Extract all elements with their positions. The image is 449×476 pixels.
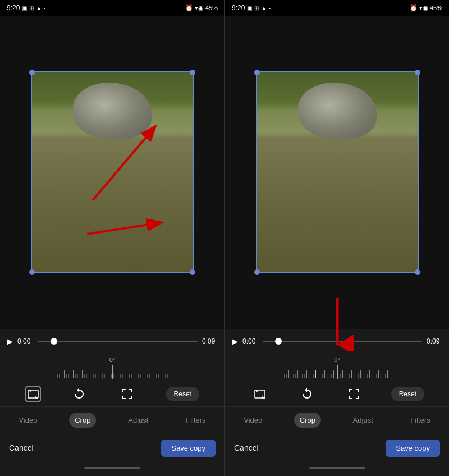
tab-bar-left: Video Crop Adjust Filters <box>0 406 224 433</box>
expand-button-right[interactable] <box>344 384 364 404</box>
progress-thumb-left[interactable] <box>51 338 57 345</box>
save-button-left[interactable]: Save copy <box>161 440 216 457</box>
progress-track-left[interactable] <box>38 341 198 342</box>
status-bar-left: 9:20 ▣ ⊞ ▲ • ⏰ ▾◉ 45% <box>0 0 224 16</box>
tab-filters-right[interactable]: Filters <box>405 413 436 428</box>
aspect-ratio-button-right[interactable] <box>250 384 270 404</box>
tab-video-right[interactable]: Video <box>238 413 268 428</box>
tab-crop-right[interactable]: Crop <box>294 413 321 428</box>
rotation-angle-left: 0° <box>109 356 116 363</box>
edit-tools-left: Reset <box>0 382 224 406</box>
status-right-left: ⏰ ▾◉ 45% <box>185 4 218 12</box>
sim-icon-left: ▣ <box>22 5 27 11</box>
ruler-center-right <box>337 365 338 379</box>
save-button-right[interactable]: Save copy <box>386 440 440 457</box>
rotate-button-left[interactable] <box>69 384 89 404</box>
video-content-right[interactable] <box>256 71 419 273</box>
wifi-signal-left: ▾◉ <box>195 4 204 12</box>
cancel-button-right[interactable]: Cancel <box>234 443 259 452</box>
progress-thumb-right[interactable] <box>275 338 282 345</box>
rotation-bar-left: 0° <box>0 354 224 382</box>
nav-bar-left <box>84 467 140 469</box>
alarm-icon-right: ⏰ <box>410 4 418 12</box>
aspect-ratio-button-left[interactable] <box>25 386 41 402</box>
svg-rect-3 <box>28 390 38 398</box>
tab-video-left[interactable]: Video <box>13 413 43 428</box>
tab-bar-right: Video Crop Adjust Filters <box>225 406 449 433</box>
rock-left <box>73 83 152 139</box>
video-image-right <box>256 71 419 273</box>
rotate-icon-right <box>300 387 314 401</box>
progress-track-right[interactable] <box>263 341 422 342</box>
reset-button-right[interactable]: Reset <box>391 387 424 401</box>
nav-indicator-left <box>0 463 224 474</box>
timeline-right: ▶ 0:00 0:09 <box>225 329 449 354</box>
dot-right: • <box>269 6 271 11</box>
tab-adjust-left[interactable]: Adjust <box>122 413 154 428</box>
play-button-left[interactable]: ▶ <box>7 337 13 346</box>
play-button-right[interactable]: ▶ <box>232 337 238 346</box>
dot-left: • <box>44 6 45 11</box>
bottom-controls-right: ▶ 0:00 0:09 0° <box>225 329 449 476</box>
status-time-right: 9:20 ▣ ⊞ ▲ • <box>232 4 271 12</box>
status-bar-right: 9:20 ▣ ⊞ ▲ • ⏰ ▾◉ 45% <box>225 0 449 16</box>
wifi-icon-right: ⊞ <box>254 5 259 11</box>
sim-icon-right: ▣ <box>247 5 252 11</box>
reset-button-left[interactable]: Reset <box>166 387 199 401</box>
nav-bar-right <box>309 467 365 469</box>
rotate-icon-left <box>72 387 86 401</box>
rock-right <box>298 83 377 139</box>
time-left: 9:20 <box>7 4 20 12</box>
expand-icon-left <box>121 387 134 401</box>
nav-indicator-right <box>225 463 449 474</box>
tab-adjust-right[interactable]: Adjust <box>347 413 379 428</box>
wifi-icon-left: ⊞ <box>29 5 34 11</box>
status-time-left: 9:20 ▣ ⊞ ▲ • <box>7 4 45 12</box>
left-panel: 9:20 ▣ ⊞ ▲ • ⏰ ▾◉ 45% <box>0 0 224 476</box>
aspect-ratio-icon-right <box>254 388 266 400</box>
cancel-button-left[interactable]: Cancel <box>9 443 34 452</box>
action-bar-right: Cancel Save copy <box>225 433 449 463</box>
battery-right: 45% <box>430 4 442 11</box>
rotation-ruler-left[interactable] <box>0 365 224 379</box>
end-time-right: 0:09 <box>427 337 442 345</box>
current-time-left: 0:00 <box>17 337 33 345</box>
arrow-icon-right: ▲ <box>261 5 267 11</box>
aspect-ratio-icon-left <box>27 388 39 400</box>
video-area-right <box>225 16 449 329</box>
rotation-angle-right: 0° <box>334 356 340 363</box>
timeline-left: ▶ 0:00 0:09 <box>0 329 224 354</box>
edit-tools-right: Reset <box>225 382 449 406</box>
status-right-right: ⏰ ▾◉ 45% <box>410 4 442 12</box>
ruler-center-left <box>112 365 113 379</box>
rotation-ruler-right[interactable] <box>225 365 449 379</box>
ground-right <box>256 139 419 273</box>
svg-rect-6 <box>255 390 265 398</box>
arrow-icon-left: ▲ <box>36 5 42 11</box>
alarm-icon-left: ⏰ <box>185 4 193 12</box>
video-area-left <box>0 16 224 329</box>
expand-button-left[interactable] <box>117 384 138 404</box>
expand-icon-right <box>347 387 361 401</box>
ground-left <box>31 139 194 273</box>
video-image-left <box>31 71 194 273</box>
current-time-right: 0:00 <box>242 337 258 345</box>
right-panel: 9:20 ▣ ⊞ ▲ • ⏰ ▾◉ 45% <box>224 0 449 476</box>
rotate-button-right[interactable] <box>297 384 317 404</box>
tab-crop-left[interactable]: Crop <box>69 413 96 428</box>
bottom-controls-left: ▶ 0:00 0:09 0° <box>0 329 224 476</box>
video-content-left[interactable] <box>31 71 194 273</box>
end-time-left: 0:09 <box>202 337 218 345</box>
battery-left: 45% <box>205 4 218 11</box>
wifi-signal-right: ▾◉ <box>419 4 428 12</box>
action-bar-left: Cancel Save copy <box>0 433 224 463</box>
time-right: 9:20 <box>232 4 245 12</box>
rotation-bar-right: 0° <box>225 354 449 382</box>
tab-filters-left[interactable]: Filters <box>180 413 211 428</box>
